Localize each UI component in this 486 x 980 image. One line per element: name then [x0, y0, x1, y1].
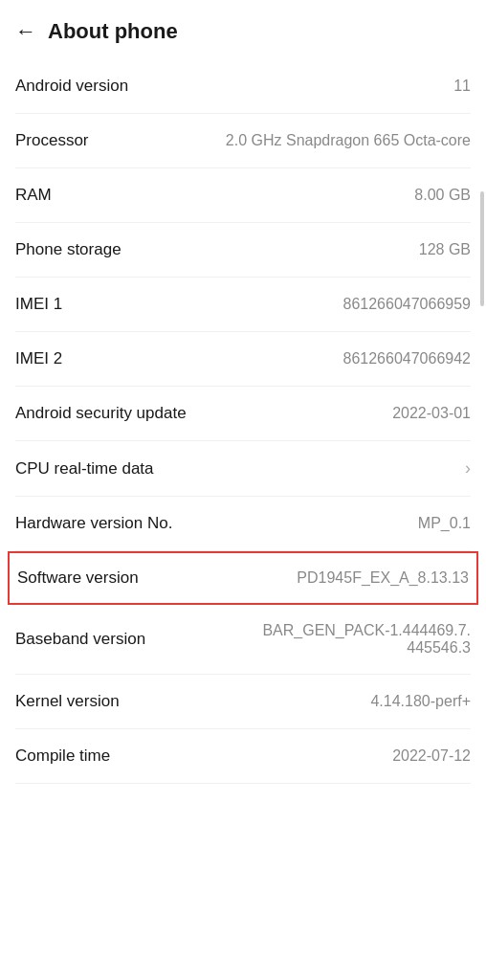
info-row-software-version: Software versionPD1945F_EX_A_8.13.13	[8, 551, 478, 605]
value-hardware-version: MP_0.1	[418, 515, 471, 532]
chevron-icon: ›	[465, 458, 471, 479]
value-phone-storage: 128 GB	[419, 241, 471, 258]
value-kernel-version: 4.14.180-perf+	[370, 693, 471, 710]
label-phone-storage: Phone storage	[15, 240, 122, 259]
label-android-security-update: Android security update	[15, 404, 187, 423]
info-row-hardware-version: Hardware version No.MP_0.1	[15, 497, 471, 551]
info-row-ram: RAM8.00 GB	[15, 168, 471, 223]
label-imei2: IMEI 2	[15, 349, 62, 368]
info-row-compile-time: Compile time2022-07-12	[15, 729, 471, 784]
value-android-version: 11	[453, 78, 471, 95]
info-list: Android version11Processor2.0 GHz Snapdr…	[0, 59, 486, 784]
info-row-android-version: Android version11	[15, 59, 471, 114]
label-imei1: IMEI 1	[15, 295, 62, 314]
value-software-version: PD1945F_EX_A_8.13.13	[297, 569, 469, 587]
value-compile-time: 2022-07-12	[392, 747, 471, 765]
value-imei2: 861266047066942	[343, 350, 471, 368]
info-row-processor: Processor2.0 GHz Snapdragon 665 Octa-cor…	[15, 114, 471, 168]
label-software-version: Software version	[17, 568, 139, 588]
page-title: About phone	[48, 19, 178, 44]
info-row-imei1: IMEI 1861266047066959	[15, 278, 471, 332]
label-baseband-version: Baseband version	[15, 630, 145, 649]
scrollbar[interactable]	[480, 191, 484, 306]
info-row-kernel-version: Kernel version4.14.180-perf+	[15, 675, 471, 729]
info-row-baseband-version: Baseband versionBAR_GEN_PACK-1.444469.7.…	[15, 605, 471, 675]
value-processor: 2.0 GHz Snapdragon 665 Octa-core	[226, 132, 471, 149]
label-compile-time: Compile time	[15, 746, 110, 766]
value-android-security-update: 2022-03-01	[392, 405, 471, 422]
page-header: ← About phone	[0, 0, 486, 59]
value-baseband-version: BAR_GEN_PACK-1.444469.7. 445546.3	[262, 622, 471, 657]
label-cpu-realtime: CPU real-time data	[15, 459, 154, 479]
info-row-phone-storage: Phone storage128 GB	[15, 223, 471, 278]
value-ram: 8.00 GB	[414, 187, 471, 204]
info-row-android-security-update: Android security update2022-03-01	[15, 387, 471, 441]
label-android-version: Android version	[15, 77, 128, 96]
label-hardware-version: Hardware version No.	[15, 514, 172, 533]
back-icon[interactable]: ←	[15, 19, 36, 44]
label-kernel-version: Kernel version	[15, 692, 120, 711]
label-ram: RAM	[15, 186, 52, 205]
info-row-imei2: IMEI 2861266047066942	[15, 332, 471, 387]
info-row-cpu-realtime[interactable]: CPU real-time data›	[15, 441, 471, 497]
value-imei1: 861266047066959	[343, 296, 471, 313]
label-processor: Processor	[15, 131, 89, 150]
